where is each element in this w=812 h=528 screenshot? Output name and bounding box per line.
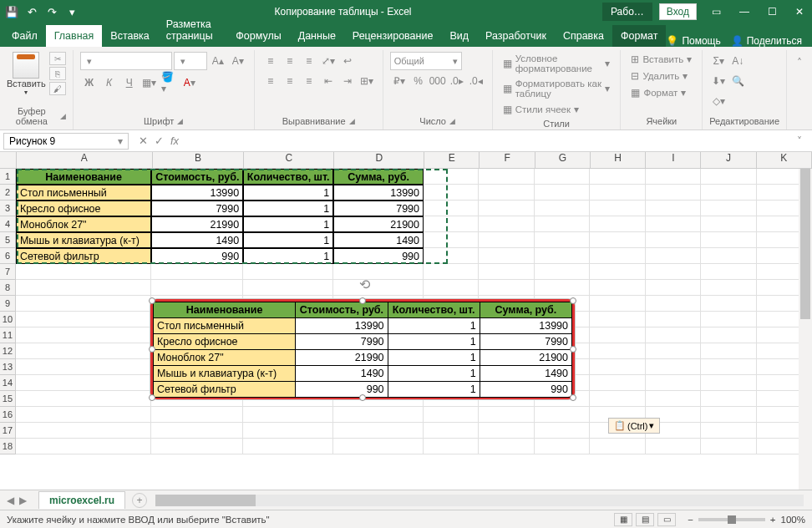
cell[interactable] [646,216,701,232]
format-cells-button[interactable]: ▦ Формат ▾ [627,85,689,100]
cell[interactable] [16,327,152,343]
cell[interactable] [535,185,590,201]
cell[interactable]: 1 [243,185,333,201]
tab-home[interactable]: Главная [46,25,103,47]
cell[interactable] [590,343,645,359]
cell[interactable] [333,264,424,280]
row-header[interactable]: 1 [0,169,16,185]
row-header[interactable]: 2 [0,185,16,201]
cell[interactable] [479,407,534,423]
tab-data[interactable]: Данные [290,25,344,47]
cell[interactable]: Наименование [16,169,152,185]
cell[interactable] [590,312,645,327]
indent-increase-icon[interactable]: ⇥ [338,72,357,90]
cell[interactable] [535,264,590,280]
zoom-out-button[interactable]: − [688,515,693,525]
sort-filter-icon[interactable]: A↓ [728,52,747,70]
cell[interactable] [151,423,243,439]
find-icon[interactable]: 🔍 [728,72,747,90]
cell[interactable] [590,280,645,296]
cell[interactable] [424,423,479,439]
cell[interactable] [701,201,756,216]
cell[interactable] [535,439,590,454]
cell[interactable]: 21900 [333,216,424,232]
align-right-icon[interactable]: ≡ [300,72,318,90]
decrease-decimal-icon[interactable]: .0◂ [467,72,485,90]
format-as-table-button[interactable]: ▦ Форматировать как таблицу ▾ [500,77,614,100]
cell[interactable]: 990 [151,248,243,264]
row-header[interactable]: 6 [0,248,16,264]
row-header[interactable]: 18 [0,439,16,454]
cell[interactable]: Кресло офисное [16,201,152,216]
column-header[interactable]: J [701,152,756,168]
row-header[interactable]: 15 [0,391,16,407]
name-box[interactable]: Рисунок 9▾ [3,133,129,150]
cell[interactable]: 1 [243,201,333,216]
cell[interactable]: Стол письменный [16,185,152,201]
row-header[interactable]: 10 [0,312,16,327]
column-header[interactable]: G [535,152,591,168]
cell[interactable] [16,423,152,439]
cell[interactable] [590,232,645,248]
cell[interactable] [243,423,333,439]
column-header[interactable]: E [424,152,480,168]
cell[interactable] [646,343,701,359]
cell[interactable] [16,375,152,391]
cell[interactable] [701,185,756,201]
cell[interactable] [243,280,333,296]
cell[interactable] [243,407,333,423]
fill-icon[interactable]: ⬇▾ [709,72,728,90]
column-header[interactable]: F [480,152,535,168]
cell[interactable]: 1 [243,232,333,248]
ribbon-display-icon[interactable]: ▭ [703,3,729,21]
sheet-tab[interactable]: microexcel.ru [38,491,125,509]
cell[interactable] [646,391,701,407]
align-left-icon[interactable]: ≡ [261,72,280,90]
zoom-level[interactable]: 100% [781,515,805,525]
cell[interactable]: Мышь и клавиатура (к-т) [16,232,152,248]
row-header[interactable]: 3 [0,201,16,216]
share-button[interactable]: 👤 Поделиться [731,35,802,47]
borders-button[interactable]: ▦▾ [140,74,159,92]
maximize-button[interactable]: ☐ [759,3,785,21]
cell[interactable] [424,439,479,454]
cell[interactable] [590,296,645,312]
cell[interactable] [16,280,152,296]
row-header[interactable]: 13 [0,359,16,375]
cell[interactable] [243,439,333,454]
cell[interactable] [646,248,701,264]
cell[interactable] [701,359,756,375]
cell[interactable] [424,264,479,280]
tab-developer[interactable]: Разработчик [477,25,555,47]
cell[interactable] [479,169,534,185]
tab-format[interactable]: Формат [612,25,666,47]
clipboard-launcher[interactable]: ◢ [60,112,66,120]
cell[interactable] [535,248,590,264]
cancel-formula-icon[interactable]: ✕ [139,135,148,147]
cell[interactable] [333,280,424,296]
cell[interactable] [646,185,701,201]
cell[interactable] [535,407,590,423]
cell[interactable] [535,169,590,185]
cell[interactable]: 990 [333,248,424,264]
cell[interactable] [16,312,152,327]
cell[interactable] [590,264,645,280]
currency-icon[interactable]: ₽▾ [390,72,409,90]
cell[interactable] [646,312,701,327]
wrap-text-icon[interactable]: ↩ [338,52,357,70]
scrollbar-thumb[interactable] [800,169,810,319]
cell[interactable] [16,359,152,375]
cell[interactable] [479,201,534,216]
cell[interactable] [646,264,701,280]
cell[interactable] [701,280,756,296]
copy-icon[interactable]: ⎘ [49,67,66,80]
cell[interactable] [590,359,645,375]
cell[interactable] [424,280,479,296]
cell[interactable] [701,312,756,327]
fill-color-button[interactable]: 🪣▾ [160,74,179,92]
hscroll-thumb[interactable] [155,495,256,506]
cell[interactable] [479,185,534,201]
cell[interactable] [646,232,701,248]
italic-button[interactable]: К [100,74,119,92]
qat-customize-icon[interactable]: ▾ [65,5,79,18]
